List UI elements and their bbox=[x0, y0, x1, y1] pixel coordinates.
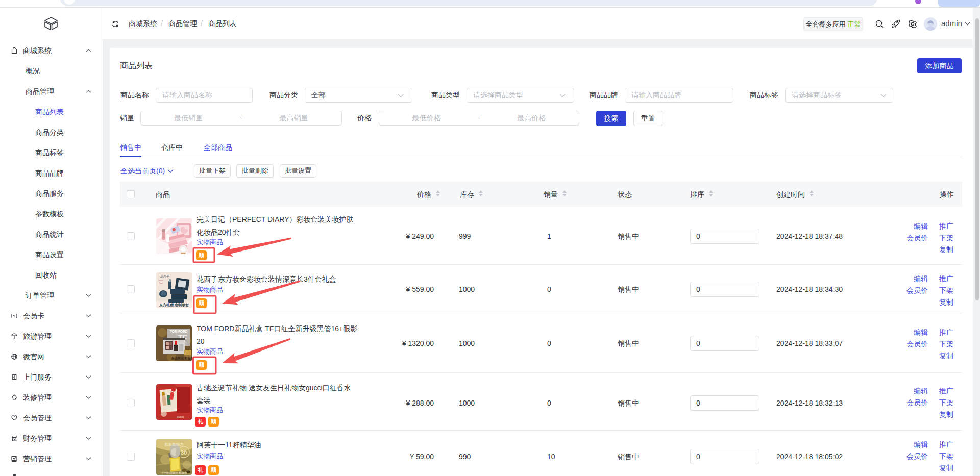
svg-text:肌肤愈能力: 肌肤愈能力 bbox=[164, 442, 184, 447]
svg-text:东方礼赠 定制妆奁: 东方礼赠 定制妆奁 bbox=[159, 303, 189, 307]
svg-text:十一籽精华油 精华液: 十一籽精华油 精华液 bbox=[161, 471, 187, 475]
svg-text:TOM FORD: TOM FORD bbox=[170, 330, 188, 333]
svg-text:30: 30 bbox=[181, 449, 187, 456]
svg-text:gucci: gucci bbox=[177, 415, 184, 418]
svg-text:花西子: 花西子 bbox=[160, 274, 169, 279]
svg-text:新品限定 彩妆礼盒: 新品限定 彩妆礼盒 bbox=[171, 356, 192, 360]
